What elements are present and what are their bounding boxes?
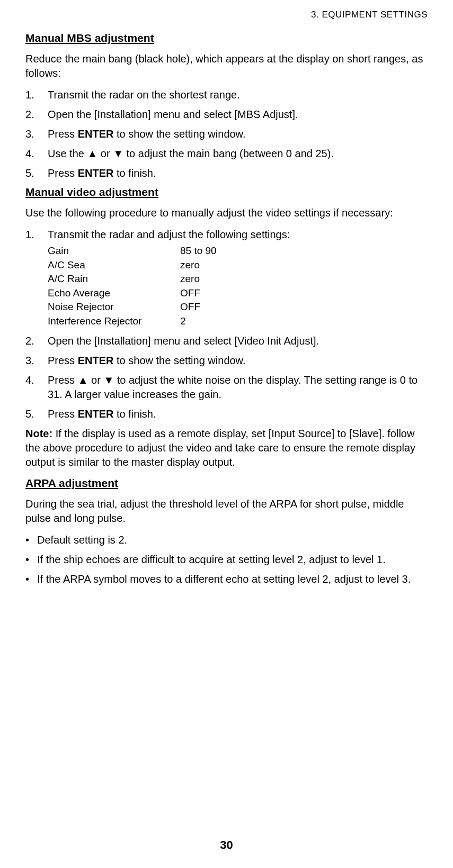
arpa-intro: During the sea trial, adjust the thresho…	[25, 497, 428, 526]
list-item: 3. Press ENTER to show the setting windo…	[25, 354, 428, 368]
step-number: 5.	[25, 407, 40, 421]
mbs-steps: 1. Transmit the radar on the shortest ra…	[25, 88, 428, 180]
mbs-intro: Reduce the main bang (black hole), which…	[25, 52, 428, 80]
section-title-mbs: Manual MBS adjustment	[25, 32, 428, 44]
step-number: 1.	[25, 88, 40, 102]
setting-value: 2	[180, 314, 186, 329]
step-number: 4.	[25, 373, 40, 387]
step-text: Transmit the radar on the shortest range…	[48, 89, 240, 101]
step-number: 2.	[25, 334, 40, 348]
enter-key: ENTER	[78, 167, 114, 179]
list-item: 5. Press ENTER to finish.	[25, 166, 428, 180]
step-text: Transmit the radar and adjust the follow…	[48, 229, 290, 240]
document-page: 3. EQUIPMENT SETTINGS Manual MBS adjustm…	[0, 0, 453, 868]
video-note: Note: If the display is used as a remote…	[25, 427, 428, 469]
step-text: Open the [Installation] menu and select …	[48, 335, 319, 347]
step-number: 5.	[25, 166, 40, 180]
video-steps: 1. Transmit the radar and adjust the fol…	[25, 228, 428, 421]
enter-key: ENTER	[78, 408, 114, 420]
table-row: A/C Sea zero	[48, 258, 428, 273]
list-item: 2. Open the [Installation] menu and sele…	[25, 334, 428, 348]
setting-label: Noise Rejector	[48, 300, 180, 314]
settings-table: Gain 85 to 90 A/C Sea zero A/C Rain zero…	[48, 244, 428, 329]
step-text: Press ENTER to finish.	[48, 167, 156, 179]
table-row: A/C Rain zero	[48, 272, 428, 286]
setting-value: OFF	[180, 286, 200, 301]
setting-label: Echo Average	[48, 286, 180, 301]
section-title-arpa: ARPA adjustment	[25, 477, 428, 490]
list-item: 4. Use the ▲ or ▼ to adjust the main ban…	[25, 147, 428, 161]
list-item: 1. Transmit the radar and adjust the fol…	[25, 228, 428, 329]
setting-label: Gain	[48, 244, 180, 258]
section-title-video: Manual video adjustment	[25, 186, 428, 198]
step-number: 3.	[25, 354, 40, 368]
note-label: Note:	[25, 428, 52, 439]
step-text: Press ENTER to finish.	[48, 408, 156, 420]
list-item: 4. Press ▲ or ▼ to adjust the white nois…	[25, 373, 428, 402]
table-row: Noise Rejector OFF	[48, 300, 428, 314]
step-text: Open the [Installation] menu and select …	[48, 108, 298, 120]
list-item: 1. Transmit the radar on the shortest ra…	[25, 88, 428, 102]
list-item: If the ship echoes are difficult to acqu…	[25, 553, 428, 567]
enter-key: ENTER	[78, 355, 114, 366]
list-item: If the ARPA symbol moves to a different …	[25, 572, 428, 586]
step-number: 3.	[25, 127, 40, 141]
up-arrow-icon: ▲	[78, 374, 88, 386]
setting-value: OFF	[180, 300, 200, 314]
video-intro: Use the following procedure to manually …	[25, 206, 428, 220]
page-number: 30	[0, 838, 453, 852]
up-arrow-icon: ▲	[87, 148, 97, 159]
setting-value: zero	[180, 272, 200, 286]
setting-value: 85 to 90	[180, 244, 217, 258]
enter-key: ENTER	[78, 128, 114, 140]
step-text: Use the ▲ or ▼ to adjust the main bang (…	[48, 148, 334, 159]
down-arrow-icon: ▼	[103, 374, 114, 386]
list-item: 2. Open the [Installation] menu and sele…	[25, 107, 428, 122]
setting-label: Interference Rejector	[48, 314, 180, 329]
step-text: Press ▲ or ▼ to adjust the white noise o…	[48, 374, 418, 400]
setting-label: A/C Sea	[48, 258, 180, 273]
down-arrow-icon: ▼	[113, 148, 123, 159]
arpa-bullets: Default setting is 2. If the ship echoes…	[25, 533, 428, 586]
setting-label: A/C Rain	[48, 272, 180, 286]
step-text: Press ENTER to show the setting window.	[48, 355, 246, 366]
table-row: Echo Average OFF	[48, 286, 428, 301]
list-item: 5. Press ENTER to finish.	[25, 407, 428, 421]
list-item: 3. Press ENTER to show the setting windo…	[25, 127, 428, 141]
step-number: 2.	[25, 107, 40, 122]
page-header: 3. EQUIPMENT SETTINGS	[25, 10, 428, 20]
setting-value: zero	[180, 258, 200, 273]
step-text: Press ENTER to show the setting window.	[48, 128, 246, 140]
table-row: Gain 85 to 90	[48, 244, 428, 258]
table-row: Interference Rejector 2	[48, 314, 428, 329]
list-item: Default setting is 2.	[25, 533, 428, 547]
step-number: 1.	[25, 228, 40, 242]
step-number: 4.	[25, 147, 40, 161]
